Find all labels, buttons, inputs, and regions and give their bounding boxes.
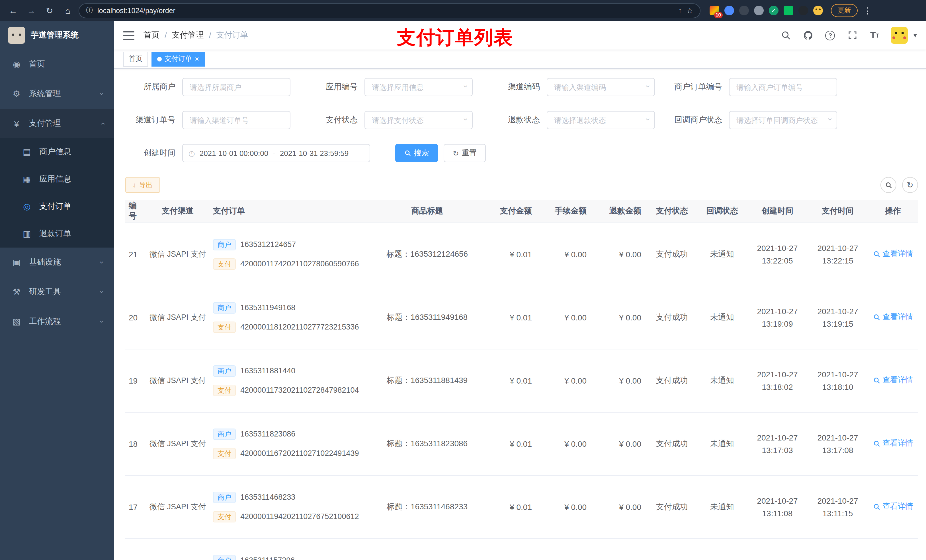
toolbar-right: ↻ — [881, 177, 918, 193]
extension-icon[interactable] — [784, 6, 793, 15]
sidebar: 芋道管理系统 ◉ 首页 ⚙ 系统管理 › ¥ 支付管理 › — [0, 21, 114, 560]
pay-submenu: ▤ 商户信息 ▦ 应用信息 ◎ 支付订单 ▥ 退 — [0, 138, 114, 248]
merchant-select[interactable] — [182, 78, 291, 96]
pay-status: 支付成功 — [647, 222, 697, 286]
browser-reload-icon[interactable]: ↻ — [42, 3, 57, 18]
share-icon[interactable]: ↑ — [678, 6, 682, 15]
breadcrumb-separator: / — [165, 31, 167, 40]
refresh-table-button[interactable]: ↻ — [902, 177, 918, 193]
font-size-icon[interactable]: TT — [869, 29, 881, 42]
date-separator: - — [273, 149, 275, 157]
table-row: 21 微信 JSAPI 支付 商户 1635312124657 支付 42000… — [125, 222, 918, 286]
bookmark-star-icon[interactable]: ☆ — [687, 6, 693, 15]
view-detail-link[interactable]: 查看详情 — [873, 375, 913, 386]
table-row: 20 微信 JSAPI 支付 商户 1635311949168 支付 42000… — [125, 286, 918, 349]
page-content: 所属商户 应用编号 › 渠道编码 › 商户订单编号 — [114, 69, 926, 560]
view-detail-link[interactable]: 查看详情 — [873, 438, 913, 449]
action-cell: 查看详情 — [868, 349, 918, 412]
extensions-row: 10 — [710, 6, 823, 15]
channel-order-no-input[interactable] — [182, 111, 291, 129]
site-info-icon[interactable]: ⓘ — [86, 6, 93, 15]
menu-label: 支付管理 — [29, 118, 61, 128]
sidebar-item-merchant-info[interactable]: ▤ 商户信息 — [0, 138, 114, 166]
view-detail-link[interactable]: 查看详情 — [873, 312, 913, 322]
app-logo[interactable]: 芋道管理系统 — [0, 21, 114, 50]
extension-icon[interactable] — [754, 6, 764, 15]
create-time-cell: 2021-10-2713:22:05 — [747, 222, 808, 286]
sidebar-item-home[interactable]: ◉ 首页 — [0, 50, 114, 79]
browser-chrome: ← → ↻ ⌂ ⓘ localhost:1024/pay/order ↑ ☆ 1… — [0, 0, 926, 21]
search-button[interactable]: 搜索 — [395, 144, 438, 162]
pay-channel: 微信 JSAPI 支付 — [146, 475, 210, 538]
extension-icon[interactable]: 10 — [710, 6, 719, 15]
refund-amount: ¥ 0.00 — [592, 286, 647, 349]
pay-status: 支付成功 — [647, 412, 697, 475]
tag-home[interactable]: 首页 — [123, 51, 148, 66]
export-button[interactable]: ↓ 导出 — [125, 177, 160, 193]
search-icon[interactable] — [780, 29, 792, 42]
refund-status-select[interactable] — [547, 111, 655, 129]
close-icon[interactable]: × — [195, 55, 199, 63]
pay-status-select[interactable] — [365, 111, 473, 129]
extension-icon[interactable] — [799, 6, 808, 15]
refund-amount: ¥ 0.00 — [592, 412, 647, 475]
sidebar-item-system[interactable]: ⚙ 系统管理 › — [0, 79, 114, 109]
url-text: localhost:1024/pay/order — [97, 6, 176, 15]
sidebar-item-pay-order[interactable]: ◎ 支付订单 — [0, 193, 114, 220]
chrome-update-button[interactable]: 更新 — [831, 4, 858, 17]
extension-icon[interactable] — [769, 6, 779, 15]
tag-pay-order[interactable]: 支付订单 × — [151, 51, 205, 66]
sidebar-item-refund-order[interactable]: ▥ 退款订单 — [0, 220, 114, 248]
browser-home-icon[interactable]: ⌂ — [61, 3, 75, 18]
user-avatar[interactable] — [891, 27, 908, 44]
create-time-range-picker[interactable]: ◷ 2021-10-01 00:00:00 - 2021-10-31 23:59… — [182, 144, 370, 162]
view-detail-link[interactable]: 查看详情 — [873, 249, 913, 259]
toggle-search-button[interactable] — [881, 177, 896, 193]
sidebar-item-app-info[interactable]: ▦ 应用信息 — [0, 166, 114, 193]
view-detail-link[interactable]: 查看详情 — [873, 502, 913, 512]
breadcrumb-home[interactable]: 首页 — [144, 30, 159, 41]
channel-pay-no: 4200001174202110278060590766 — [240, 260, 359, 268]
notify-status: 未通知 — [697, 349, 747, 412]
chevron-down-icon: › — [98, 320, 107, 323]
pay-amount: ¥ 0.01 — [485, 222, 538, 286]
app-title: 芋道管理系统 — [31, 30, 79, 41]
breadcrumb-section[interactable]: 支付管理 — [172, 30, 204, 41]
chevron-down-icon: › — [98, 291, 107, 293]
help-icon[interactable]: ? — [824, 29, 837, 42]
browser-back-icon[interactable]: ← — [6, 3, 21, 18]
reset-button[interactable]: ↻ 重置 — [443, 144, 486, 162]
address-bar[interactable]: ⓘ localhost:1024/pay/order ↑ ☆ — [79, 3, 701, 18]
pay-tag: 支付 — [213, 258, 236, 269]
app-select[interactable] — [365, 78, 473, 96]
caret-down-icon[interactable]: ▾ — [914, 31, 917, 39]
channel-code-select[interactable] — [547, 78, 655, 96]
pay-channel: 微信 JSAPI 支付 — [146, 538, 210, 560]
pay-order-cell: 商户 1635311823086 支付 42000011672021102710… — [210, 412, 369, 475]
refresh-icon: ↻ — [453, 149, 459, 157]
sidebar-item-pay[interactable]: ¥ 支付管理 › — [0, 109, 114, 138]
sidebar-item-devtool[interactable]: ⚒ 研发工具 › — [0, 277, 114, 307]
github-icon[interactable] — [802, 29, 814, 42]
pay-tag: 支付 — [213, 511, 236, 522]
sidebar-toggle-button[interactable] — [123, 31, 135, 39]
fullscreen-icon[interactable] — [846, 29, 859, 42]
pay-status — [647, 538, 697, 560]
chevron-down-icon: › — [98, 261, 107, 264]
sidebar-item-infra[interactable]: ▣ 基础设施 › — [0, 248, 114, 277]
create-time-cell: 2021-10-2713:18:02 — [747, 349, 808, 412]
pay-time-cell: 2021-10-2713:11:15 — [808, 475, 868, 538]
action-cell: 查看详情 — [868, 412, 918, 475]
order-id: 18 — [125, 412, 146, 475]
extension-icon[interactable] — [725, 6, 734, 15]
extension-icon[interactable] — [813, 6, 823, 15]
action-cell: 查看详情 — [868, 538, 918, 560]
browser-forward-icon[interactable]: → — [24, 3, 39, 18]
filter-label: 创建时间 — [125, 148, 182, 158]
notify-status-select[interactable] — [729, 111, 837, 129]
extension-icon[interactable] — [739, 6, 749, 15]
browser-menu-icon[interactable]: ⋮ — [863, 5, 872, 16]
merchant-order-no-input[interactable] — [729, 78, 837, 96]
pay-time-cell: 2021-10-2713:19:15 — [808, 286, 868, 349]
sidebar-item-workflow[interactable]: ▧ 工作流程 › — [0, 307, 114, 337]
